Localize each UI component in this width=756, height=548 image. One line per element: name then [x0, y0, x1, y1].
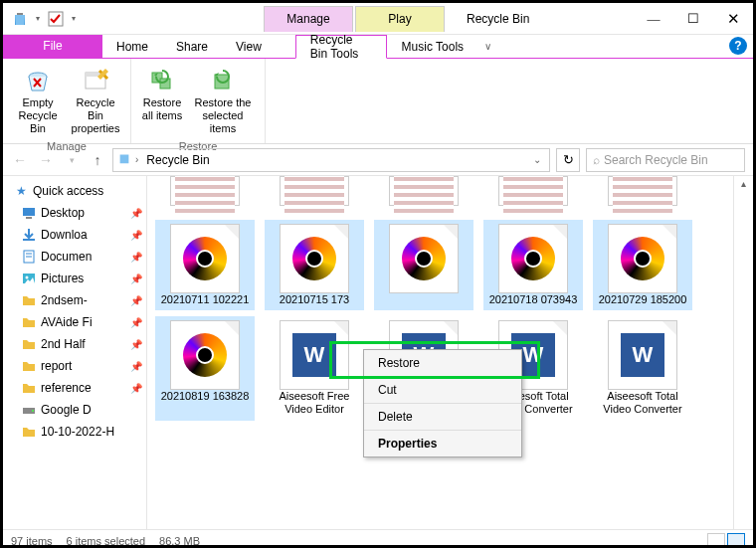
file-item[interactable]	[374, 220, 473, 310]
context-menu-cut[interactable]: Cut	[364, 377, 521, 404]
svg-point-19	[32, 410, 34, 412]
tab-home[interactable]: Home	[102, 35, 162, 59]
sidebar-item-label: 2nd Half	[41, 337, 86, 351]
context-menu-restore[interactable]: Restore	[364, 350, 521, 377]
minimize-button[interactable]: —	[634, 5, 673, 33]
tab-view[interactable]: View	[222, 35, 276, 59]
recycle-bin-icon	[117, 151, 131, 168]
context-menu: Restore Cut Delete Properties	[363, 349, 522, 457]
document-icon	[21, 249, 37, 265]
restore-all-items-button[interactable]: Restore all items	[137, 63, 187, 140]
file-item[interactable]: 4444 - Copy	[374, 176, 473, 214]
sidebar-item[interactable]: reference📌	[3, 377, 146, 399]
back-button[interactable]: ←	[11, 151, 29, 169]
file-thumbnail	[170, 320, 240, 390]
sidebar-label: Quick access	[33, 184, 103, 198]
svg-rect-9	[120, 155, 129, 164]
sidebar-item-label: Downloa	[41, 228, 88, 242]
file-thumbnail	[498, 176, 568, 206]
tab-file[interactable]: File	[3, 35, 102, 59]
sidebar-item[interactable]: 10-10-2022-H	[3, 421, 146, 443]
tab-music-tools[interactable]: Music Tools	[387, 35, 478, 59]
qat-caret-2[interactable]: ▾	[69, 8, 79, 30]
qat-caret[interactable]: ▾	[33, 8, 43, 30]
context-menu-properties[interactable]: Properties	[364, 431, 521, 457]
up-button[interactable]: ↑	[89, 151, 106, 169]
svg-rect-10	[23, 208, 35, 216]
search-box[interactable]: ⌕ Search Recycle Bin	[586, 148, 745, 172]
sidebar-item[interactable]: AVAide Fi📌	[3, 311, 146, 333]
history-dropdown[interactable]: ▾	[63, 151, 81, 169]
maximize-button[interactable]: ☐	[673, 5, 713, 33]
sidebar-item[interactable]: 2ndsem-📌	[3, 289, 146, 311]
tab-share[interactable]: Share	[162, 35, 222, 59]
empty-recycle-bin-button[interactable]: Empty Recycle Bin	[9, 63, 67, 140]
file-item[interactable]: WAiseesoft Free Video Editor	[265, 316, 364, 420]
refresh-button[interactable]: ↻	[556, 148, 580, 172]
ribbon-collapse-caret[interactable]: ∨	[478, 41, 497, 52]
pin-icon: 📌	[130, 383, 142, 394]
sidebar-item-label: Google D	[41, 403, 92, 417]
breadcrumb-location[interactable]: Recycle Bin	[142, 153, 213, 167]
file-item[interactable]: 444444	[593, 176, 692, 214]
file-item[interactable]: 20210729 185200	[593, 220, 692, 310]
sidebar-item[interactable]: Documen📌	[3, 246, 146, 268]
button-label: Recycle Bin properties	[69, 96, 122, 136]
file-thumbnail	[170, 224, 240, 293]
pin-icon: 📌	[130, 230, 142, 241]
button-label: Restore the selected items	[189, 96, 257, 136]
close-button[interactable]: ✕	[713, 5, 753, 33]
file-item[interactable]: 20210819 163828	[155, 316, 255, 420]
qat-icon-recyclebin[interactable]	[9, 8, 31, 30]
button-label: Restore all items	[139, 96, 185, 122]
file-item[interactable]: 20210711 102221	[155, 220, 255, 310]
sidebar-item[interactable]: Desktop📌	[3, 202, 146, 224]
qat-checkbox-icon[interactable]	[45, 8, 67, 30]
address-path[interactable]: › Recycle Bin ⌄	[112, 148, 550, 172]
breadcrumb-separator[interactable]: ›	[135, 154, 138, 165]
file-item[interactable]: 44444	[483, 176, 583, 214]
quick-access-toolbar: ▾ ▾	[3, 8, 85, 30]
window-controls: — ☐ ✕	[634, 5, 753, 33]
view-details-button[interactable]	[707, 533, 725, 549]
music-icon	[621, 237, 664, 280]
file-name: Aiseesoft Free Video Editor	[267, 390, 362, 416]
download-icon	[21, 227, 37, 243]
sidebar-item[interactable]: Google D	[3, 399, 146, 421]
svg-rect-11	[26, 217, 32, 219]
scrollbar[interactable]: ▴	[733, 176, 753, 529]
sidebar-quick-access[interactable]: ★ Quick access	[3, 180, 146, 202]
tab-recycle-bin-tools[interactable]: Recycle Bin Tools	[295, 35, 387, 59]
file-item[interactable]: WAiseesoft Total Video Converter	[593, 316, 692, 420]
file-thumbnail	[389, 176, 459, 206]
window-title: Recycle Bin	[467, 12, 529, 26]
help-button[interactable]: ?	[729, 37, 747, 55]
view-large-icons-button[interactable]	[727, 533, 745, 549]
sidebar-item[interactable]: Downloa📌	[3, 224, 146, 246]
context-menu-delete[interactable]: Delete	[364, 404, 521, 431]
ribbon-group-restore: Restore all items Restore the selected i…	[131, 59, 266, 143]
contextual-tab-manage: Manage	[264, 6, 353, 32]
sidebar-item[interactable]: Pictures📌	[3, 268, 146, 289]
folder-icon	[21, 424, 37, 440]
file-item[interactable]: 4444	[265, 176, 364, 214]
status-selection-count: 6 items selected	[67, 535, 145, 547]
address-dropdown[interactable]: ⌄	[529, 154, 545, 165]
file-item[interactable]: 20210718 073943	[483, 220, 583, 310]
status-item-count: 97 items	[11, 535, 53, 547]
file-thumbnail	[389, 224, 459, 293]
file-name: 20210718 073943	[489, 293, 578, 306]
file-item[interactable]: 2022-10-11_150153	[155, 176, 255, 214]
word-icon: W	[292, 333, 336, 377]
restore-selected-items-button[interactable]: Restore the selected items	[187, 63, 259, 140]
sidebar-item[interactable]: report📌	[3, 355, 146, 377]
file-name: 20210819 163828	[161, 390, 250, 403]
document-thumbnail	[175, 176, 235, 214]
sidebar-item[interactable]: 2nd Half📌	[3, 333, 146, 355]
search-icon: ⌕	[593, 153, 600, 167]
forward-button[interactable]: →	[37, 151, 55, 169]
svg-rect-1	[17, 13, 23, 15]
recycle-bin-properties-button[interactable]: Recycle Bin properties	[67, 63, 124, 140]
file-item[interactable]: 20210715 173	[265, 220, 364, 310]
navigation-pane: ★ Quick access Desktop📌Downloa📌Documen📌P…	[3, 176, 147, 529]
